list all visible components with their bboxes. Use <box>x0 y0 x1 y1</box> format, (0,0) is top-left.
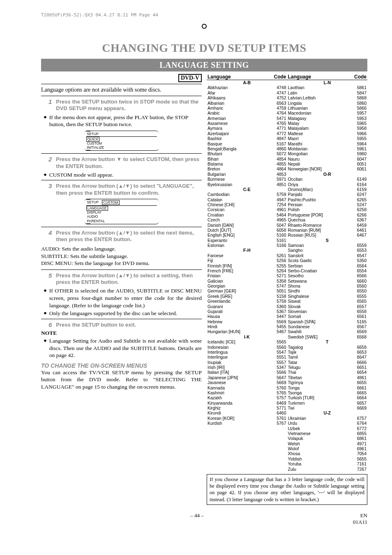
menu2-item-2: AUDIO <box>86 214 99 219</box>
lang-entry: Malagasy5953 <box>288 116 367 121</box>
lang-head-right-language: Language <box>288 74 311 80</box>
lang-entry: Tsonga6665 <box>288 390 367 395</box>
step-1-text: Press the SETUP button twice in STOP mod… <box>56 99 202 112</box>
lang-entry: Volapuk6861 <box>288 436 367 441</box>
lang-entry: Malay5965 <box>288 121 367 126</box>
lang-entry: Tajik6653 <box>288 350 367 355</box>
step-2-number: 2 <box>48 156 52 170</box>
lang-entry: Czech4965 <box>208 217 286 222</box>
lang-entry: Sundanese6567 <box>288 324 367 329</box>
lang-head-left-code: Code <box>274 74 286 80</box>
discmenu-line: DISC MENU: Sets the language for DVD men… <box>41 260 202 267</box>
setup-menu-2: SETUP CUSTOM LANGUAGE DISPLAY AUDIO PARE… <box>85 199 159 224</box>
note-heading: NOTE <box>41 330 202 336</box>
info-box: If you choose a Language that has a 3 le… <box>207 474 367 505</box>
lang-entry: Bengali;Bangla4860 <box>208 146 286 151</box>
lang-entry: Thai6654 <box>288 370 367 375</box>
menu2-item-0: LANGUAGE <box>86 206 108 211</box>
lang-entry: Bashkir4847 <box>208 136 286 141</box>
menu1-item-0: QUICK <box>86 137 100 142</box>
lang-entry: Byelorussian4851 <box>208 182 286 187</box>
step-2-text: Press the Arrow button ▼ to select CUSTO… <box>56 156 202 170</box>
lang-entry: Hausa5447 <box>208 314 286 319</box>
setup-menu-1: SETUP QUICK CUSTOM INITIALIZE <box>85 131 159 151</box>
change-menus-heading: TO CHANGE THE ON-SCREEN MENUS <box>41 362 202 369</box>
footer-code: 01A11 <box>353 519 367 525</box>
lang-entry: Corsican4961 <box>208 207 286 212</box>
lang-entry: Setswana6660 <box>288 279 367 283</box>
lang-entry: Portuguese [POR]6266 <box>288 212 367 217</box>
bullet-custom-mode: CUSTOM mode will appear. <box>49 171 113 179</box>
lang-entry: Cambodian5759 <box>208 192 286 197</box>
lang-entry: Kashmiri5765 <box>208 390 286 395</box>
step-6-text: Press the SETUP button to exit. <box>56 322 136 329</box>
bullet-if-other: If OTHER is selected on the AUDIO, SUBTI… <box>49 287 202 309</box>
lang-group-heading: L-N <box>288 80 367 85</box>
lang-entry: Tibetan4861 <box>288 375 367 380</box>
lang-entry: Arabic4764 <box>208 111 286 115</box>
lang-entry: Aymara4771 <box>208 126 286 131</box>
lang-entry: Spanish [SPA]5165 <box>288 319 367 324</box>
lang-entry: Croatian5464 <box>208 212 286 217</box>
lang-entry: Moldavian5961 <box>288 146 367 151</box>
section-title: LANGUAGE SETTING <box>41 59 367 71</box>
lang-entry: Albanian6563 <box>208 101 286 106</box>
lang-entry: Panjabi6247 <box>288 192 367 197</box>
registration-mark-top <box>201 23 208 30</box>
lang-entry: Kurdish5767 <box>208 421 286 426</box>
lang-entry: Lithuanian5866 <box>288 106 367 111</box>
step-1-number: 1 <box>48 99 52 112</box>
lang-entry: Hungarian [HUN]5467 <box>208 329 286 334</box>
language-code-table: LanguageCode LanguageCode A-BAbkhazian47… <box>207 74 367 472</box>
lang-entry: Kirundi6460 <box>208 410 286 415</box>
lang-entry: Persian5247 <box>288 202 367 207</box>
lang-entry: Irish [IRI]5347 <box>208 365 286 370</box>
lang-entry: Turkmen6657 <box>288 401 367 405</box>
lang-entry: Yiddish5655 <box>288 456 367 461</box>
lang-entry: Estonian5166 <box>208 243 286 248</box>
lang-entry: Javanese5669 <box>208 380 286 385</box>
lang-entry: Catalan4947 <box>208 197 286 202</box>
lang-entry: Latin5847 <box>288 90 367 95</box>
lang-entry: Latvian;Lettish5868 <box>288 95 367 100</box>
lang-group-heading: S <box>288 238 367 243</box>
lang-entry: French [FRE]5264 <box>208 268 286 273</box>
lang-entry: Dutch [DUT]6058 <box>208 228 286 233</box>
lang-entry: Burmese5971 <box>208 177 286 182</box>
lang-entry: Korean [KOR]5761 <box>208 416 286 421</box>
lang-group-heading: O-R <box>288 172 367 177</box>
subtitle-line: SUBTITLE: Sets the subtitle language. <box>41 253 202 260</box>
lang-entry: Greek [GRE]5158 <box>208 294 286 299</box>
lang-entry: Sesotho6566 <box>288 273 367 278</box>
step-5-text: Press the Arrow button (▲/▼) to select a… <box>56 272 202 286</box>
lang-entry: Nepali6051 <box>288 161 367 166</box>
lang-entry: Russian [RUS]6467 <box>288 233 367 237</box>
language-column-left: A-BAbkhazian4748Afar4747Afrikaans4752Alb… <box>207 80 287 472</box>
lang-entry: Swahili6569 <box>288 329 367 334</box>
lang-head-left-language: Language <box>208 74 231 80</box>
lang-entry: Guarani5360 <box>208 304 286 309</box>
lang-entry: Scots Gaelic5350 <box>288 258 367 263</box>
lang-entry: Singhalese6555 <box>288 294 367 299</box>
lang-entry: Bulgarian4853 <box>208 172 286 177</box>
lang-entry: Turkish [TUR]6664 <box>288 395 367 400</box>
lang-entry: Kazakh5757 <box>208 395 286 400</box>
lang-entry: Swedish [SWE]6568 <box>288 334 367 339</box>
lang-entry: Laothian5861 <box>288 85 367 90</box>
change-menus-body: You can access the TV/VCR SETUP menu by … <box>41 369 202 391</box>
lang-entry: Finnish [FIN]5255 <box>208 263 286 268</box>
lang-entry: Telugu6651 <box>288 365 367 370</box>
lang-entry: Shona6560 <box>288 283 367 288</box>
lang-entry: Icelandic [ICE]5565 <box>208 339 286 344</box>
lang-entry: Interlingue5551 <box>208 355 286 359</box>
lang-entry: English [ENG]5160 <box>208 233 286 237</box>
lang-entry: Samoan6559 <box>288 243 367 248</box>
lang-entry: Japanese [JPN]5647 <box>208 375 286 380</box>
lang-entry: Breton4864 <box>208 166 286 171</box>
step-4-text: Press the Arrow button (▲/▼) to select t… <box>56 230 202 243</box>
lang-group-heading: C-E <box>208 187 286 192</box>
lang-entry: Marathi5964 <box>288 141 367 146</box>
lang-entry: Sangho6553 <box>288 248 367 253</box>
lang-entry: Slovak6557 <box>288 304 367 309</box>
step-3-text: Press the Arrow button (▲/▼) to select "… <box>56 183 202 196</box>
